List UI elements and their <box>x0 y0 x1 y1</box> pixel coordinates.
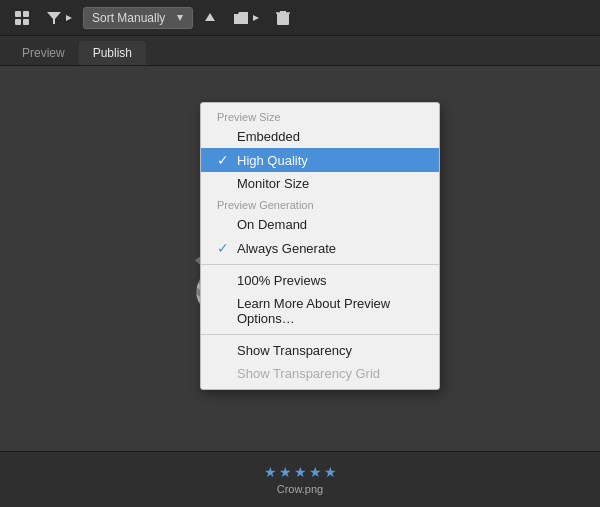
star-rating[interactable]: ★ ★ ★ ★ ★ <box>264 464 337 480</box>
menu-item-embedded[interactable]: Embedded <box>201 125 439 148</box>
label-show-transparency-grid: Show Transparency Grid <box>237 366 423 381</box>
star-3: ★ <box>294 464 307 480</box>
folder-button[interactable] <box>227 7 266 29</box>
label-learn-more: Learn More About Preview Options… <box>237 296 423 326</box>
menu-item-monitor-size[interactable]: Monitor Size <box>201 172 439 195</box>
filename-label: Crow.png <box>277 483 323 495</box>
svg-marker-4 <box>47 12 61 24</box>
label-100-previews: 100% Previews <box>237 273 423 288</box>
svg-marker-5 <box>66 15 72 21</box>
preview-generation-header: Preview Generation <box>201 195 439 213</box>
sort-asc-button[interactable] <box>197 7 223 29</box>
menu-item-always-generate[interactable]: ✓ Always Generate <box>201 236 439 260</box>
label-high-quality: High Quality <box>237 153 423 168</box>
menu-item-show-transparency[interactable]: Show Transparency <box>201 339 439 362</box>
tabs: Preview Publish <box>0 36 600 66</box>
svg-marker-6 <box>177 15 183 21</box>
main-content: Preview Size Embedded ✓ High Quality Mon… <box>0 66 600 451</box>
check-high-quality: ✓ <box>217 152 237 168</box>
dropdown-menu: Preview Size Embedded ✓ High Quality Mon… <box>200 102 440 390</box>
menu-item-show-transparency-grid: Show Transparency Grid <box>201 362 439 385</box>
menu-item-learn-more[interactable]: Learn More About Preview Options… <box>201 292 439 330</box>
svg-rect-0 <box>15 11 21 17</box>
trash-button[interactable] <box>270 6 296 30</box>
tab-preview[interactable]: Preview <box>8 41 79 65</box>
menu-item-100-previews[interactable]: 100% Previews <box>201 269 439 292</box>
check-always-generate: ✓ <box>217 240 237 256</box>
label-monitor-size: Monitor Size <box>237 176 423 191</box>
preview-size-header: Preview Size <box>201 107 439 125</box>
star-1: ★ <box>264 464 277 480</box>
sort-label: Sort Manually <box>92 11 172 25</box>
sort-dropdown[interactable]: Sort Manually <box>83 7 193 29</box>
star-5: ★ <box>324 464 337 480</box>
label-always-generate: Always Generate <box>237 241 423 256</box>
grid-view-button[interactable] <box>8 6 36 30</box>
tab-publish[interactable]: Publish <box>79 41 146 65</box>
label-embedded: Embedded <box>237 129 423 144</box>
star-4: ★ <box>309 464 322 480</box>
bottom-bar: ★ ★ ★ ★ ★ Crow.png <box>0 451 600 507</box>
filter-button[interactable] <box>40 6 79 30</box>
label-on-demand: On Demand <box>237 217 423 232</box>
menu-item-high-quality[interactable]: ✓ High Quality <box>201 148 439 172</box>
star-2: ★ <box>279 464 292 480</box>
menu-item-on-demand[interactable]: On Demand <box>201 213 439 236</box>
svg-rect-3 <box>23 19 29 25</box>
svg-rect-2 <box>15 19 21 25</box>
divider-1 <box>201 264 439 265</box>
svg-rect-9 <box>277 13 289 25</box>
toolbar: Sort Manually <box>0 0 600 36</box>
svg-rect-1 <box>23 11 29 17</box>
svg-marker-7 <box>205 13 215 21</box>
label-show-transparency: Show Transparency <box>237 343 423 358</box>
divider-2 <box>201 334 439 335</box>
svg-marker-8 <box>253 15 259 21</box>
